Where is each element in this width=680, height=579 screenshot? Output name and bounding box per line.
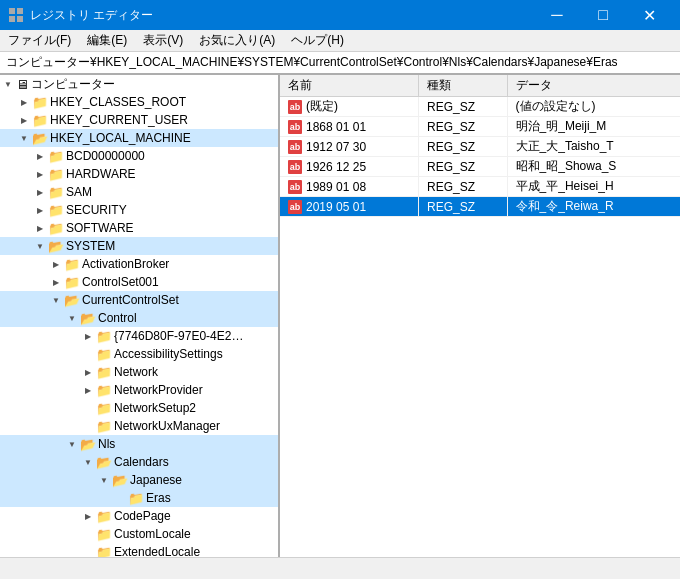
ab-icon: ab bbox=[288, 100, 302, 114]
cell-name: ab1989 01 08 bbox=[280, 177, 419, 197]
folder-icon-controlset001: 📁 bbox=[64, 275, 80, 290]
tree-item-nls[interactable]: ▼ 📂 Nls bbox=[0, 435, 278, 453]
expand-networkprovider[interactable]: ▶ bbox=[80, 382, 96, 398]
cell-data: 大正_大_Taisho_T bbox=[507, 137, 680, 157]
expand-currentcontrolset[interactable]: ▼ bbox=[48, 292, 64, 308]
expand-calendars[interactable]: ▼ bbox=[80, 454, 96, 470]
tree-label-japanese: Japanese bbox=[130, 473, 182, 487]
cell-name: ab1912 07 30 bbox=[280, 137, 419, 157]
expand-software[interactable]: ▶ bbox=[32, 220, 48, 236]
ab-icon: ab bbox=[288, 140, 302, 154]
tree-item-sam[interactable]: ▶ 📁 SAM bbox=[0, 183, 278, 201]
table-row[interactable]: ab1912 07 30REG_SZ大正_大_Taisho_T bbox=[280, 137, 680, 157]
cell-type: REG_SZ bbox=[419, 197, 508, 217]
tree-label-hkey-classes-root: HKEY_CLASSES_ROOT bbox=[50, 95, 186, 109]
tree-item-eras[interactable]: 📁 Eras bbox=[0, 489, 278, 507]
tree-item-japanese[interactable]: ▼ 📂 Japanese bbox=[0, 471, 278, 489]
tree-item-hkey-local-machine[interactable]: ▼ 📂 HKEY_LOCAL_MACHINE bbox=[0, 129, 278, 147]
name-label: 2019 05 01 bbox=[306, 200, 366, 214]
maximize-button[interactable]: □ bbox=[580, 0, 626, 30]
expand-eras bbox=[112, 490, 128, 506]
address-bar: コンピューター¥HKEY_LOCAL_MACHINE¥SYSTEM¥Curren… bbox=[0, 52, 680, 74]
tree-item-networkuxmanager[interactable]: 📁 NetworkUxManager bbox=[0, 417, 278, 435]
expand-controlset001[interactable]: ▶ bbox=[48, 274, 64, 290]
tree-item-control[interactable]: ▼ 📂 Control bbox=[0, 309, 278, 327]
ab-icon: ab bbox=[288, 180, 302, 194]
tree-item-extendedlocale[interactable]: 📁 ExtendedLocale bbox=[0, 543, 278, 557]
menu-help[interactable]: ヘルプ(H) bbox=[283, 30, 352, 51]
expand-hkey-classes-root[interactable]: ▶ bbox=[16, 94, 32, 110]
tree-label-system: SYSTEM bbox=[66, 239, 115, 253]
tree-item-security[interactable]: ▶ 📁 SECURITY bbox=[0, 201, 278, 219]
tree-item-computer[interactable]: ▼ 🖥 コンピューター bbox=[0, 75, 278, 93]
expand-japanese[interactable]: ▼ bbox=[96, 472, 112, 488]
close-button[interactable]: ✕ bbox=[626, 0, 672, 30]
expand-security[interactable]: ▶ bbox=[32, 202, 48, 218]
tree-item-currentcontrolset[interactable]: ▼ 📂 CurrentControlSet bbox=[0, 291, 278, 309]
expand-customlocale bbox=[80, 526, 96, 542]
expand-activationbroker[interactable]: ▶ bbox=[48, 256, 64, 272]
tree-item-guid[interactable]: ▶ 📁 {7746D80F-97E0-4E26-9543-… bbox=[0, 327, 278, 345]
tree-item-customlocale[interactable]: 📁 CustomLocale bbox=[0, 525, 278, 543]
expand-hardware[interactable]: ▶ bbox=[32, 166, 48, 182]
tree-item-system[interactable]: ▼ 📂 SYSTEM bbox=[0, 237, 278, 255]
tree-item-networksetup2[interactable]: 📁 NetworkSetup2 bbox=[0, 399, 278, 417]
table-row[interactable]: ab1989 01 08REG_SZ平成_平_Heisei_H bbox=[280, 177, 680, 197]
expand-computer[interactable]: ▼ bbox=[0, 76, 16, 92]
folder-icon-control: 📂 bbox=[80, 311, 96, 326]
expand-codepage[interactable]: ▶ bbox=[80, 508, 96, 524]
expand-hkey-current-user[interactable]: ▶ bbox=[16, 112, 32, 128]
cell-type: REG_SZ bbox=[419, 97, 508, 117]
tree-item-hardware[interactable]: ▶ 📁 HARDWARE bbox=[0, 165, 278, 183]
table-row[interactable]: ab1868 01 01REG_SZ明治_明_Meiji_M bbox=[280, 117, 680, 137]
detail-table: 名前 種類 データ ab(既定)REG_SZ(値の設定なし)ab1868 01 … bbox=[280, 75, 680, 217]
expand-networksetup2 bbox=[80, 400, 96, 416]
minimize-button[interactable]: ─ bbox=[534, 0, 580, 30]
svg-rect-2 bbox=[9, 16, 15, 22]
expand-bcd00000000[interactable]: ▶ bbox=[32, 148, 48, 164]
expand-sam[interactable]: ▶ bbox=[32, 184, 48, 200]
table-row[interactable]: ab1926 12 25REG_SZ昭和_昭_Showa_S bbox=[280, 157, 680, 177]
expand-guid[interactable]: ▶ bbox=[80, 328, 96, 344]
menu-view[interactable]: 表示(V) bbox=[135, 30, 191, 51]
table-row[interactable]: ab2019 05 01REG_SZ令和_令_Reiwa_R bbox=[280, 197, 680, 217]
tree-item-network[interactable]: ▶ 📁 Network bbox=[0, 363, 278, 381]
col-header-name[interactable]: 名前 bbox=[280, 75, 419, 97]
ab-icon: ab bbox=[288, 160, 302, 174]
ab-icon: ab bbox=[288, 200, 302, 214]
tree-label-network: Network bbox=[114, 365, 158, 379]
expand-control[interactable]: ▼ bbox=[64, 310, 80, 326]
expand-hkey-local-machine[interactable]: ▼ bbox=[16, 130, 32, 146]
tree-label-customlocale: CustomLocale bbox=[114, 527, 191, 541]
tree-label-hkey-local-machine: HKEY_LOCAL_MACHINE bbox=[50, 131, 191, 145]
tree-item-hkey-classes-root[interactable]: ▶ 📁 HKEY_CLASSES_ROOT bbox=[0, 93, 278, 111]
tree-panel[interactable]: ▼ 🖥 コンピューター ▶ 📁 HKEY_CLASSES_ROOT ▶ 📁 HK… bbox=[0, 75, 280, 557]
expand-system[interactable]: ▼ bbox=[32, 238, 48, 254]
tree-label-networkuxmanager: NetworkUxManager bbox=[114, 419, 220, 433]
tree-label-hardware: HARDWARE bbox=[66, 167, 136, 181]
folder-icon-calendars: 📂 bbox=[96, 455, 112, 470]
col-header-type[interactable]: 種類 bbox=[419, 75, 508, 97]
tree-item-controlset001[interactable]: ▶ 📁 ControlSet001 bbox=[0, 273, 278, 291]
col-header-data[interactable]: データ bbox=[507, 75, 680, 97]
tree-item-codepage[interactable]: ▶ 📁 CodePage bbox=[0, 507, 278, 525]
tree-item-accessibilitysettings[interactable]: 📁 AccessibilitySettings bbox=[0, 345, 278, 363]
menu-edit[interactable]: 編集(E) bbox=[79, 30, 135, 51]
folder-icon-currentcontrolset: 📂 bbox=[64, 293, 80, 308]
tree-label-networkprovider: NetworkProvider bbox=[114, 383, 203, 397]
menu-file[interactable]: ファイル(F) bbox=[0, 30, 79, 51]
tree-label-bcd00000000: BCD00000000 bbox=[66, 149, 145, 163]
detail-panel: 名前 種類 データ ab(既定)REG_SZ(値の設定なし)ab1868 01 … bbox=[280, 75, 680, 557]
folder-icon-japanese: 📂 bbox=[112, 473, 128, 488]
tree-item-calendars[interactable]: ▼ 📂 Calendars bbox=[0, 453, 278, 471]
menu-favorites[interactable]: お気に入り(A) bbox=[191, 30, 283, 51]
tree-item-software[interactable]: ▶ 📁 SOFTWARE bbox=[0, 219, 278, 237]
expand-nls[interactable]: ▼ bbox=[64, 436, 80, 452]
tree-label-currentcontrolset: CurrentControlSet bbox=[82, 293, 179, 307]
expand-network[interactable]: ▶ bbox=[80, 364, 96, 380]
tree-item-bcd00000000[interactable]: ▶ 📁 BCD00000000 bbox=[0, 147, 278, 165]
tree-item-activationbroker[interactable]: ▶ 📁 ActivationBroker bbox=[0, 255, 278, 273]
table-row[interactable]: ab(既定)REG_SZ(値の設定なし) bbox=[280, 97, 680, 117]
tree-item-networkprovider[interactable]: ▶ 📁 NetworkProvider bbox=[0, 381, 278, 399]
tree-item-hkey-current-user[interactable]: ▶ 📁 HKEY_CURRENT_USER bbox=[0, 111, 278, 129]
